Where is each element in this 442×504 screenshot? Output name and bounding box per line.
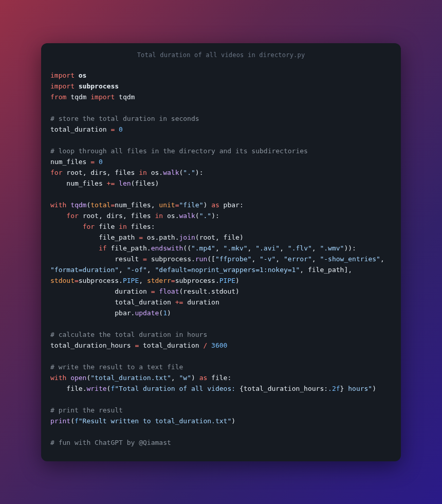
code-token: f xyxy=(336,385,340,392)
code-token: ) xyxy=(235,277,240,284)
code-token: in xyxy=(139,169,147,176)
code-token: "." xyxy=(199,212,211,220)
code-token xyxy=(95,158,99,166)
code-token: , xyxy=(248,244,256,252)
code-token: result xyxy=(183,287,207,295)
code-token: update xyxy=(135,309,159,317)
code-token: "w" xyxy=(179,374,191,382)
code-token: root xyxy=(199,233,215,241)
code-token: file_path xyxy=(110,244,146,252)
code-line: total_duration += duration xyxy=(50,297,392,308)
code-token: , xyxy=(171,374,179,382)
code-token: len xyxy=(119,179,131,187)
code-token: : xyxy=(199,169,204,176)
code-token xyxy=(66,201,70,209)
code-token: if xyxy=(99,244,107,252)
code-token: "ffprobe" xyxy=(215,255,251,263)
code-line: # loop through all files in the director… xyxy=(50,146,392,156)
code-line: with open("total_duration.txt", "w") as … xyxy=(50,372,392,383)
code-token: ) xyxy=(240,233,244,241)
code-token: = xyxy=(90,158,95,166)
code-token: . xyxy=(328,385,332,392)
code-token xyxy=(171,298,175,306)
code-token: ) xyxy=(155,179,159,187)
code-token xyxy=(50,385,66,392)
code-line: for file in files: xyxy=(50,221,392,232)
code-line: import os xyxy=(50,70,392,81)
code-token: 0 xyxy=(119,125,123,133)
code-token: for xyxy=(50,169,62,176)
code-token: subprocess xyxy=(151,255,191,263)
code-token: "file" xyxy=(179,201,204,209)
code-line xyxy=(50,189,392,200)
code-token: # print the result xyxy=(50,406,123,414)
code-token xyxy=(139,255,143,263)
code-token: pbar xyxy=(224,201,240,209)
code-token xyxy=(103,179,107,187)
code-line: pbar.update(1) xyxy=(50,308,392,318)
code-token xyxy=(195,374,199,382)
code-token: += xyxy=(175,298,183,306)
code-token: ) xyxy=(372,385,376,392)
code-token: print xyxy=(50,417,70,425)
code-token: files xyxy=(115,169,135,176)
code-token: . xyxy=(147,244,151,252)
code-token: , xyxy=(147,266,155,274)
code-token: total_duration_hours xyxy=(244,385,324,392)
code-token: "." xyxy=(183,169,195,176)
code-token: duration xyxy=(187,298,219,306)
code-token xyxy=(50,233,99,241)
code-token: ( xyxy=(70,417,75,425)
code-token xyxy=(79,212,83,220)
code-token: in xyxy=(155,212,163,220)
code-line: # print the result xyxy=(50,405,392,416)
code-token: (( xyxy=(183,244,191,252)
code-token: ) xyxy=(235,287,240,295)
code-token: , xyxy=(312,244,320,252)
code-token: root xyxy=(83,212,99,220)
code-token xyxy=(50,179,66,187)
code-token: , xyxy=(215,233,224,241)
code-token xyxy=(50,298,115,306)
code-line: import subprocess xyxy=(50,81,392,92)
code-token: stdout xyxy=(50,277,75,284)
code-token xyxy=(207,341,211,349)
code-token: files xyxy=(135,179,155,187)
code-token: , xyxy=(280,244,288,252)
code-token: dirs xyxy=(90,169,106,176)
code-token: , xyxy=(215,244,224,252)
code-token: : xyxy=(352,244,356,252)
code-token: total_duration xyxy=(115,298,171,306)
code-token: os xyxy=(79,71,87,79)
code-token: file_path xyxy=(99,233,135,241)
code-token: os xyxy=(151,169,159,176)
code-token: ([ xyxy=(207,255,215,263)
code-token: . xyxy=(159,169,163,176)
code-token: hours" xyxy=(344,385,372,392)
code-token: result xyxy=(115,255,139,263)
code-token xyxy=(219,201,224,209)
code-token: . xyxy=(207,287,211,295)
code-token: total_duration xyxy=(50,125,107,133)
code-token: ( xyxy=(159,309,163,317)
code-token: with xyxy=(50,374,66,382)
code-token: os xyxy=(167,212,175,220)
code-token xyxy=(115,179,119,187)
code-token: unit xyxy=(159,201,175,209)
code-token: ".flv" xyxy=(288,244,312,252)
code-token xyxy=(151,212,155,220)
code-token xyxy=(50,223,83,230)
code-line xyxy=(50,318,392,329)
code-token: ) xyxy=(167,309,171,317)
code-line xyxy=(50,102,392,113)
code-line xyxy=(50,135,392,146)
code-token: import xyxy=(50,71,75,79)
code-token: ".avi" xyxy=(255,244,280,252)
code-token: num_files xyxy=(50,158,86,166)
code-token: ( xyxy=(195,212,199,220)
code-line: if file_path.endswith((".mp4", ".mkv", "… xyxy=(50,243,392,254)
code-token: , xyxy=(275,255,284,263)
code-token: for xyxy=(83,223,95,230)
code-token: # store the total duration in seconds xyxy=(50,115,199,122)
code-token: import xyxy=(90,93,115,101)
